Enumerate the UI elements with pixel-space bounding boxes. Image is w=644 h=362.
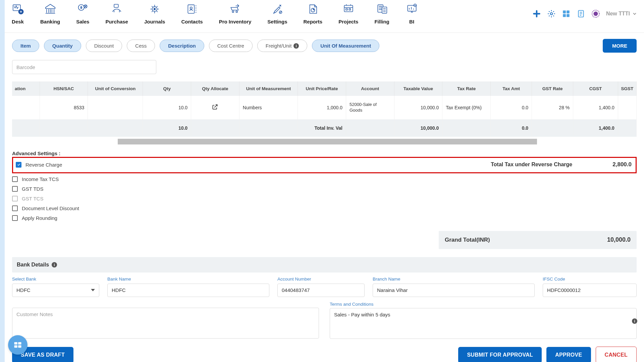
bank-name-label: Bank Name [107, 277, 269, 282]
nav-proinventory[interactable]: Pro Inventory [219, 3, 252, 24]
submit-for-approval-button[interactable]: SUBMIT FOR APPROVAL [458, 347, 542, 362]
purchase-icon [110, 3, 123, 15]
svg-rect-29 [18, 342, 21, 345]
new-badge-icon[interactable] [591, 9, 600, 18]
barcode-input[interactable] [12, 60, 156, 74]
bank-icon [44, 3, 57, 15]
nav-label: Projects [338, 19, 358, 24]
projects-icon [342, 3, 355, 15]
nav-banking[interactable]: Banking [40, 3, 60, 24]
total-qty: 10.0 [143, 119, 191, 137]
table-row[interactable]: 8533 10.0 Numbers 1,000.0 52000-Sale of … [12, 96, 637, 119]
nav-label: Reports [304, 19, 323, 24]
nav-label: BI [409, 19, 414, 24]
nav-bi[interactable]: BI [406, 3, 418, 24]
plus-icon[interactable] [532, 9, 541, 18]
info-icon[interactable]: i [632, 318, 637, 324]
doc-discount-checkbox[interactable] [12, 205, 18, 211]
pill-cess[interactable]: Cess [127, 40, 155, 52]
rounding-checkbox[interactable] [12, 215, 18, 221]
chevron-down-icon [91, 289, 95, 291]
ifsc-label: IFSC Code [543, 277, 637, 282]
rounding-label: Apply Rounding [22, 215, 57, 221]
nav-sales[interactable]: Sales [76, 3, 89, 24]
bank-name-input[interactable] [107, 284, 269, 297]
nav-label: Contacts [181, 19, 203, 24]
select-bank-dropdown[interactable]: HDFC [12, 284, 99, 297]
clipboard-icon[interactable] [577, 9, 585, 18]
gst-tcs-row: GST TCS [12, 194, 637, 203]
pill-item[interactable]: Item [12, 40, 39, 52]
total-taxamt: 0.0 [490, 119, 532, 137]
approve-button[interactable]: APPROVE [546, 347, 591, 362]
gear-icon[interactable] [547, 9, 556, 18]
cell-qtyalloc[interactable] [191, 96, 239, 119]
nav-filling[interactable]: Filling [374, 3, 389, 24]
advanced-settings-title: Advanced Settings : [12, 150, 637, 156]
col-cgst: CGST [573, 81, 618, 96]
topnav-right: New TTTI [532, 3, 637, 18]
gst-tds-row: GST TDS [12, 184, 637, 194]
ifsc-field: IFSC Code [543, 277, 637, 297]
reverse-charge-label: Reverse Charge [25, 162, 62, 168]
account-number-input[interactable] [277, 284, 365, 297]
select-bank-value: HDFC [16, 287, 31, 293]
filling-icon [376, 3, 388, 15]
nav-contacts[interactable]: Contacts [181, 3, 203, 24]
scrollbar-thumb[interactable] [118, 139, 537, 144]
reverse-charge-checkbox[interactable] [16, 162, 21, 168]
company-name: New TTTI [606, 11, 630, 17]
customer-notes-textarea[interactable] [12, 308, 319, 339]
pill-discount[interactable]: Discount [86, 40, 122, 52]
horizontal-scrollbar[interactable] [12, 139, 637, 144]
cell-hsn: 8533 [40, 96, 88, 119]
nav-desk[interactable]: Desk [11, 3, 24, 24]
cell-uom: Numbers [239, 96, 298, 119]
svg-rect-24 [567, 14, 570, 17]
cell-sgst [618, 96, 636, 119]
col-account: Account [346, 81, 394, 96]
pill-quantity[interactable]: Quantity [44, 40, 81, 52]
col-gstrate: GST Rate [532, 81, 573, 96]
cancel-button[interactable]: CANCEL [596, 347, 637, 362]
terms-label: Terms and Conditions [330, 302, 637, 307]
nav-label: Settings [267, 19, 287, 24]
info-icon[interactable]: i [52, 262, 57, 267]
total-cgst: 1,400.0 [573, 119, 618, 137]
nav-purchase[interactable]: Purchase [105, 3, 128, 24]
pill-freight[interactable]: Freight/Unit i [257, 40, 308, 52]
select-bank-label: Select Bank [12, 277, 99, 282]
branch-name-input[interactable] [373, 284, 535, 297]
ifsc-input[interactable] [543, 284, 637, 297]
rc-total: Total Tax under Reverse Charge 2,800.0 [491, 161, 632, 168]
nav-reports[interactable]: Reports [304, 3, 323, 24]
bank-grid: Select Bank HDFC Bank Name Account Numbe… [12, 277, 637, 297]
nav-label: Sales [76, 19, 89, 24]
total-inv-label: Total Inv. Val [298, 119, 346, 137]
grid-wrap: ation HSN/SAC Unit of Conversion Qty Qty… [12, 81, 637, 137]
gst-tcs-checkbox[interactable] [12, 196, 18, 201]
svg-rect-13 [344, 5, 353, 12]
company-switcher[interactable]: New TTTI [606, 11, 637, 17]
terms-textarea[interactable] [330, 308, 637, 339]
nav-settings[interactable]: Settings [267, 3, 287, 24]
svg-point-6 [154, 8, 156, 10]
customer-notes-wrap [12, 308, 319, 340]
income-tcs-row: Income Tax TCS [12, 174, 637, 184]
chat-icon [13, 340, 22, 350]
notes-row: Terms and Conditions i [12, 302, 637, 340]
nav-journals[interactable]: Journals [144, 3, 165, 24]
col-hsn: HSN/SAC [40, 81, 88, 96]
income-tcs-checkbox[interactable] [12, 176, 18, 182]
svg-point-9 [232, 11, 234, 13]
chat-fab[interactable] [8, 335, 28, 355]
col-qty: Qty [143, 81, 191, 96]
calculator-icon[interactable] [562, 9, 571, 18]
gst-tds-checkbox[interactable] [12, 186, 18, 192]
nav-projects[interactable]: Projects [338, 3, 358, 24]
cell-taxable: 10,000.0 [394, 96, 442, 119]
pill-uom[interactable]: Unit Of Measurement [312, 40, 379, 52]
more-button[interactable]: MORE [603, 39, 637, 53]
pill-cost-centre[interactable]: Cost Centre [209, 40, 253, 52]
pill-description[interactable]: Description [160, 40, 204, 52]
